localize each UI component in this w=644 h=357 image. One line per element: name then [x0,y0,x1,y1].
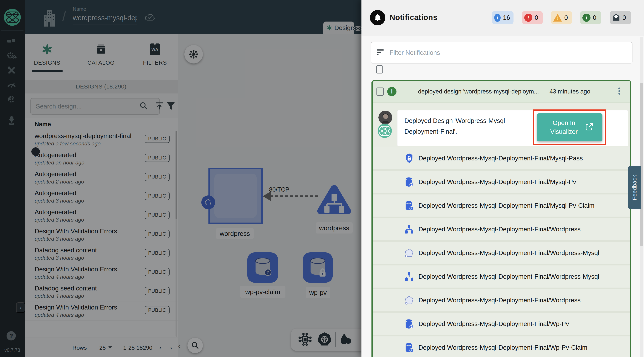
notification-summary-row[interactable]: i deployed design 'wordpress-mysql-deplo… [374,81,630,103]
node-wordpress-service[interactable] [316,183,352,217]
design-updated: updated 4 hours ago [35,293,84,299]
design-list-row[interactable]: Design With Validation Errorsupdated 3 h… [25,225,178,244]
tab-filters[interactable]: WA FILTERS [136,42,174,66]
column-name-label: Name [35,121,51,128]
notification-events-list: Deployed Wordpress-Mysql-Deployment-Fina… [374,147,630,357]
visibility-badge: PUBLIC [145,287,170,295]
design-list-row[interactable]: Datadog seed contentupdated 4 hours agoP… [25,282,178,301]
app-version: v0.7.73 [0,348,25,353]
nav-performance-icon[interactable] [6,79,17,90]
notification-checkbox[interactable] [376,87,384,96]
design-list-row[interactable]: wordpress-mysql-deployment-finalupdated … [25,130,178,149]
collapse-drawer-handle[interactable] [178,341,181,351]
design-list-row[interactable]: Design With Validation Errorsupdated 4 h… [25,263,178,282]
cluster-actions-button[interactable] [184,45,203,63]
design-title: Datadog seed content [35,247,97,254]
service-node-label[interactable]: wordpress [316,222,352,234]
help-button[interactable] [6,331,16,341]
organization-icon[interactable] [44,9,55,27]
breadcrumb-separator [62,8,66,23]
dock-kubernetes-icon[interactable] [317,332,332,348]
design-title: wordpress-mysql-deployment-final [35,132,132,140]
badge-success[interactable]: i 0 [580,11,601,24]
notification-event-label: Deployed Wordpress-Mysql-Deployment-Fina… [418,344,588,351]
badge-informational[interactable]: i 16 [492,11,514,24]
secret-icon [404,153,414,163]
catalog-archive-icon [82,42,120,57]
notification-timestamp: 43 minutes ago [550,88,590,95]
feedback-tab[interactable]: Feedback [628,166,641,209]
nav-extensions-icon[interactable] [6,94,17,105]
node-wp-pv-claim[interactable]: ? [247,252,278,283]
design-title: Datadog seed content [35,285,97,292]
design-updated: updated 4 hours ago [35,312,84,318]
design-list-row[interactable]: Autogeneratedupdated 3 hours agoPUBLIC [25,187,178,206]
expand-sidebar-button[interactable] [16,302,25,313]
notification-event-label: Deployed Wordpress-Mysql-Deployment-Fina… [418,155,583,162]
design-list-row[interactable]: Design With Validation Errorsupdated 4 h… [25,301,178,321]
filter-funnel-icon[interactable] [166,102,175,111]
open-in-visualizer-button[interactable]: Open In Visualizer [537,113,602,141]
nav-environment-pin-icon[interactable] [6,115,17,126]
next-page-button[interactable] [170,345,172,351]
notification-event-row[interactable]: Deployed Wordpress-Mysql-Deployment-Fina… [374,218,630,242]
design-list-row[interactable]: Autogeneratedupdated 2 hours agoPUBLIC [25,168,178,187]
visibility-badge: PUBLIC [145,230,170,238]
notification-event-row[interactable]: Deployed Wordpress-Mysql-Deployment-Fina… [374,171,630,194]
svg-text:?: ? [411,207,412,210]
zoom-button[interactable] [188,338,203,353]
dock-shapes-icon[interactable] [338,333,352,347]
meshery-logo-icon[interactable] [4,9,21,26]
sync-status-cloud-icon [144,12,156,23]
pvc-node-label[interactable]: wp-pv-claim [240,286,286,298]
deployment-node-label[interactable]: wordpress [216,228,254,239]
nav-dashboard-icon[interactable] [6,36,17,46]
svg-text:?: ? [266,270,269,275]
filter-notifications-input[interactable] [371,42,632,63]
tab-catalog-label: CATALOG [82,60,120,66]
search-icon[interactable] [139,102,148,111]
design-title: Autogenerated [35,209,76,216]
notification-event-row[interactable]: Deployed Wordpress-Mysql-Deployment-Fina… [374,147,630,171]
tab-catalog[interactable]: CATALOG [82,42,120,66]
notification-event-row[interactable]: Deployed Wordpress-Mysql-Deployment-Fina… [374,313,630,337]
design-canvas[interactable]: 80/TCP wordpress wordpress ? [178,34,362,357]
persistent-volume-icon [404,319,414,329]
scrollbar-thumb[interactable] [640,83,643,246]
deployment-pod-badge-icon[interactable] [201,195,215,209]
visibility-badge: PUBLIC [145,192,170,200]
select-all-checkbox[interactable] [376,65,383,73]
notification-event-row[interactable]: Deployed Wordpress-Mysql-Deployment-Fina… [374,266,630,289]
tab-designs[interactable]: DESIGNS [28,42,66,66]
previous-page-button[interactable] [159,345,161,351]
dock-components-chip-icon[interactable] [298,332,312,347]
badge-error[interactable]: ! 0 [522,11,543,24]
notification-event-row[interactable]: ?Deployed Wordpress-Mysql-Deployment-Fin… [374,337,630,357]
tab-designs-label: DESIGNS [28,60,66,66]
badge-read[interactable]: 0 [610,11,631,24]
design-list-row[interactable]: Datadog seed contentupdated 3 hours agoP… [25,244,178,263]
designs-scrollbar[interactable] [176,131,177,337]
visibility-badge: PUBLIC [145,154,170,162]
pv-node-label[interactable]: wp-pv [306,287,330,298]
rows-per-page-select[interactable]: 25 [99,345,112,351]
notification-event-row[interactable]: Deployed Wordpress-Mysql-Deployment-Fina… [374,289,630,313]
node-wp-pv[interactable] [303,252,333,283]
notification-menu-kebab-icon[interactable] [617,86,621,96]
design-list-row[interactable]: Autogeneratedupdated an hour agoPUBLIC [25,149,178,168]
notification-event-row[interactable]: Deployed Wordpress-Mysql-Deployment-Fina… [374,242,630,266]
nav-lifecycle-icon[interactable] [6,50,17,61]
notification-event-row[interactable]: ?Deployed Wordpress-Mysql-Deployment-Fin… [374,194,630,218]
node-wordpress-deployment[interactable] [208,168,263,224]
filter-lines-icon [376,48,384,57]
designs-table-header: Name [25,118,178,130]
design-tab-label: Design [334,24,354,31]
upload-design-icon[interactable] [155,102,164,111]
badge-warning[interactable]: 0 [551,11,572,24]
design-name-input[interactable] [73,14,137,24]
tab-design-mode[interactable]: Design [323,21,354,34]
design-list-row[interactable]: Autogeneratedupdated 3 hours agoPUBLIC [25,206,178,225]
visibility-badge: PUBLIC [145,173,170,181]
nav-configuration-icon[interactable] [6,65,17,76]
notification-event-label: Deployed Wordpress-Mysql-Deployment-Fina… [418,226,580,233]
